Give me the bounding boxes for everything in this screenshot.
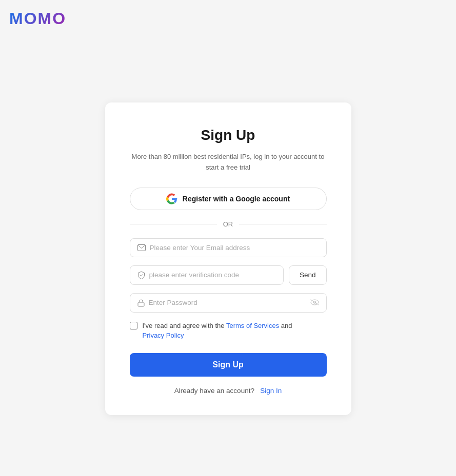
terms-of-services-link[interactable]: Terms of Services xyxy=(226,322,279,329)
lock-icon xyxy=(137,299,145,307)
signin-row: Already have an account? Sign In xyxy=(130,387,327,395)
privacy-policy-link[interactable]: Privacy Policy xyxy=(143,332,184,339)
email-icon xyxy=(137,244,146,251)
terms-text-middle: and xyxy=(279,322,292,329)
svg-rect-1 xyxy=(138,302,144,306)
email-input[interactable] xyxy=(150,244,319,252)
logo: MOMO xyxy=(9,9,66,28)
signup-button[interactable]: Sign Up xyxy=(130,353,327,377)
verification-input[interactable] xyxy=(149,271,276,279)
logo-text: MOMO xyxy=(9,9,66,28)
terms-text-before: I've read and agree with the xyxy=(143,322,226,329)
password-input-group xyxy=(130,293,327,313)
verification-row: Send xyxy=(130,265,327,285)
email-input-group xyxy=(130,238,327,257)
or-divider: OR xyxy=(130,220,327,228)
divider-line-left xyxy=(130,224,217,224)
google-icon xyxy=(166,193,177,204)
terms-checkbox-row: I've read and agree with the Terms of Se… xyxy=(130,321,327,341)
page-title: Sign Up xyxy=(130,127,327,143)
send-button[interactable]: Send xyxy=(289,265,327,285)
terms-label: I've read and agree with the Terms of Se… xyxy=(143,321,292,341)
password-input[interactable] xyxy=(149,299,310,306)
card-subtitle: More than 80 million best residential IP… xyxy=(130,152,327,173)
google-button-label: Register with a Google account xyxy=(183,195,290,203)
already-account-text: Already have an account? xyxy=(174,387,254,395)
divider-line-right xyxy=(239,224,326,224)
terms-checkbox[interactable] xyxy=(130,322,137,329)
google-register-button[interactable]: Register with a Google account xyxy=(130,188,327,210)
eye-icon[interactable] xyxy=(310,299,319,307)
signup-card: Sign Up More than 80 million best reside… xyxy=(105,102,351,415)
verification-input-group xyxy=(130,265,284,285)
shield-icon xyxy=(137,271,145,279)
signin-link[interactable]: Sign In xyxy=(260,387,282,395)
or-text: OR xyxy=(223,220,233,228)
svg-rect-0 xyxy=(137,244,145,251)
